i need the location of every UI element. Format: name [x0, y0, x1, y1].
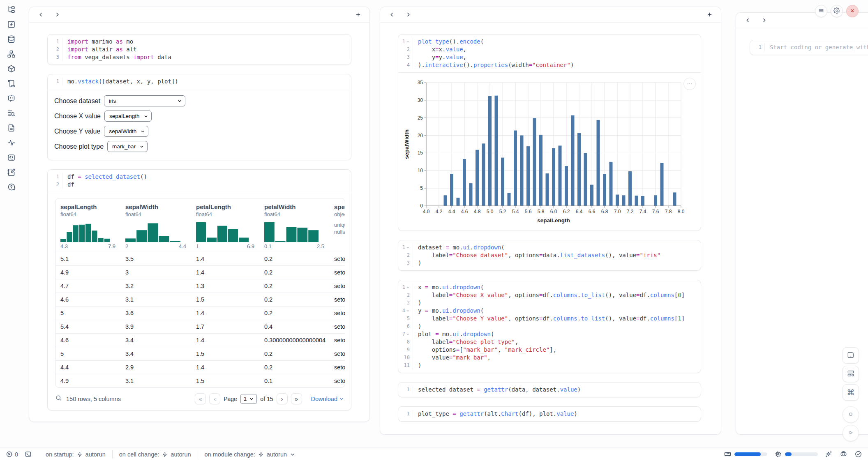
copilot-icon[interactable] — [840, 450, 847, 458]
code-editor-selected-dataset[interactable]: 1selected_dataset = getattr(data, datase… — [398, 383, 701, 397]
sidebar-snippets-icon[interactable] — [7, 153, 16, 162]
code-editor-dataframe[interactable]: 1df = selected_dataset()2df — [48, 170, 351, 192]
dataframe-output: sepalLengthfloat644.37.9sepalWidthfloat6… — [48, 192, 351, 410]
code-editor-empty[interactable]: 1Start coding or generate with AI — [750, 40, 868, 55]
ai-sparkles-icon[interactable] — [825, 450, 833, 458]
code-line: 9 options=["mark_bar", "mark_circle"], — [398, 346, 701, 354]
errors-icon[interactable] — [6, 451, 13, 458]
sidebar-tracing-icon[interactable] — [7, 138, 16, 147]
runtime-config-on-startup[interactable]: on startup:autorun — [39, 450, 112, 459]
menu-button[interactable] — [815, 5, 827, 17]
run-button[interactable] — [843, 425, 859, 441]
add-column-button[interactable] — [354, 11, 362, 19]
code-editor-plot-type[interactable]: 1plot_type = getattr(alt.Chart(df), plot… — [398, 407, 701, 421]
table-cell: 3.5 — [120, 256, 191, 262]
code-line: 1plot_type().encode( — [398, 38, 701, 46]
runtime-config-on-cell-change[interactable]: on cell change:autorun — [112, 450, 198, 459]
table-row[interactable]: 4.63.11.50.2setosa — [55, 293, 345, 306]
table-row[interactable]: 5.13.51.40.2setosa — [55, 252, 345, 265]
sidebar-help-icon[interactable] — [7, 182, 16, 191]
cell-imports: 1import marimo as mo2import altair as al… — [47, 34, 351, 65]
table-cell: 5.4 — [55, 323, 120, 330]
save-button[interactable] — [843, 347, 859, 364]
table-row[interactable]: 4.93.11.50.1setosa — [55, 374, 345, 387]
column-prev-button[interactable] — [388, 11, 396, 19]
code-line: 2 label="Choose dataset", options=data.l… — [398, 251, 701, 259]
fold-chevron-icon[interactable] — [406, 309, 410, 313]
column-prev-button[interactable] — [743, 16, 752, 25]
table-row[interactable]: 4.73.21.30.2setosa — [55, 279, 345, 293]
shutdown-button[interactable] — [846, 5, 859, 17]
fold-chevron-icon[interactable] — [406, 246, 410, 249]
first-page-button[interactable]: « — [195, 393, 206, 404]
table-cell: 3.2 — [120, 283, 191, 289]
dropdown-select[interactable]: iris — [104, 95, 185, 106]
column-next-button[interactable] — [53, 11, 61, 19]
dropdown-select[interactable]: sepalLength — [104, 111, 152, 122]
column-header-sepalLength[interactable]: sepalLengthfloat644.37.9 — [55, 198, 120, 252]
terminal-icon[interactable] — [25, 451, 32, 458]
column-prev-button[interactable] — [37, 11, 45, 19]
dropdown-select[interactable]: mark_bar — [107, 141, 148, 152]
code-text: import altair as alt — [67, 46, 137, 53]
code-editor-xy-plot-dropdowns[interactable]: 1x = mo.ui.dropdown(2 label="Choose X va… — [398, 280, 701, 373]
code-text: plot_type().encode( — [418, 38, 484, 46]
code-text: label="Choose dataset", options=data.lis… — [418, 251, 660, 259]
code-editor-plot[interactable]: 1plot_type().encode(2 x=x.value,3 y=y.va… — [398, 35, 701, 72]
svg-text:sepalWidth: sepalWidth — [404, 129, 410, 159]
column-next-button[interactable] — [404, 11, 412, 19]
next-page-button[interactable]: › — [277, 393, 288, 404]
shortcuts-button[interactable]: ⌘ — [843, 384, 859, 401]
page-select[interactable]: 1 — [240, 394, 257, 404]
table-row[interactable]: 5.43.91.70.4setosa — [55, 320, 345, 333]
column-left: 1import marimo as mo2import altair as al… — [29, 7, 370, 422]
sidebar-logs-icon[interactable] — [7, 108, 16, 118]
table-row[interactable]: 4.42.91.40.2setosa — [55, 360, 345, 374]
sidebar-file-explorer-icon[interactable] — [7, 5, 16, 14]
sidebar-scratchpad-icon[interactable] — [7, 168, 16, 177]
layout-button[interactable] — [843, 366, 859, 382]
save-icon — [847, 351, 855, 360]
bar-chart[interactable]: 4.04.24.44.64.85.05.25.45.65.86.06.26.46… — [402, 77, 698, 229]
sidebar-dependency-graph-icon[interactable] — [7, 49, 16, 58]
column-header-petalWidth[interactable]: petalWidthfloat640.12.5 — [259, 198, 329, 252]
code-editor-imports[interactable]: 1import marimo as mo2import altair as al… — [48, 35, 351, 65]
column-header-sepalWidth[interactable]: sepalWidthfloat6424.4 — [120, 198, 191, 252]
fold-chevron-icon[interactable] — [406, 40, 410, 44]
code-editor-vstack[interactable]: 1mo.vstack([dataset, x, y, plot]) — [48, 74, 351, 89]
connection-status-icon[interactable] — [854, 450, 862, 458]
sidebar-scripts-icon[interactable] — [7, 79, 16, 88]
code-text: plot = mo.ui.dropdown( — [418, 330, 494, 338]
search-icon[interactable] — [55, 394, 62, 403]
sidebar-documentation-icon[interactable] — [7, 123, 16, 132]
settings-button[interactable] — [831, 5, 843, 17]
download-button[interactable]: Download — [311, 396, 344, 402]
code-text: options=["mark_bar", "mark_circle"], — [418, 346, 556, 354]
runtime-config-on-module-change[interactable]: on module change:autorun — [198, 450, 302, 459]
table-row[interactable]: 53.41.50.2setosa — [55, 347, 345, 360]
code-editor-dataset-dropdown[interactable]: 1dataset = mo.ui.dropdown(2 label="Choos… — [398, 240, 701, 270]
code-text: label="Choose Y value", options=df.colum… — [418, 315, 685, 323]
zap-icon — [162, 452, 168, 457]
chart-actions-button[interactable] — [683, 78, 696, 90]
table-row[interactable]: 4.931.40.2setosa — [55, 265, 345, 279]
dropdown-select[interactable]: sepalWidth — [104, 126, 148, 137]
add-column-button[interactable] — [705, 11, 713, 19]
sidebar-packages-icon[interactable] — [7, 64, 16, 73]
table-row[interactable]: 53.61.40.2setosa — [55, 306, 345, 320]
column-header-species[interactable]: speciesobjectuniquenulls: — [329, 198, 345, 252]
sidebar-datasources-icon[interactable] — [7, 35, 16, 44]
line-number: 3 — [398, 53, 413, 61]
prev-page-button[interactable]: ‹ — [209, 393, 220, 404]
table-row[interactable]: 4.63.41.40.30000000000000004setosa — [55, 333, 345, 347]
sidebar-chat-icon[interactable] — [7, 94, 16, 103]
fold-chevron-icon[interactable] — [406, 332, 410, 336]
sidebar-functions-icon[interactable] — [7, 20, 16, 29]
code-line: 1df = selected_dataset() — [48, 173, 351, 181]
config-label: on startup: — [46, 451, 74, 458]
fold-chevron-icon[interactable] — [406, 286, 410, 289]
last-page-button[interactable]: » — [291, 393, 302, 404]
column-next-button[interactable] — [760, 16, 768, 25]
stop-button[interactable] — [843, 406, 859, 423]
column-header-petalLength[interactable]: petalLengthfloat6416.9 — [191, 198, 259, 252]
